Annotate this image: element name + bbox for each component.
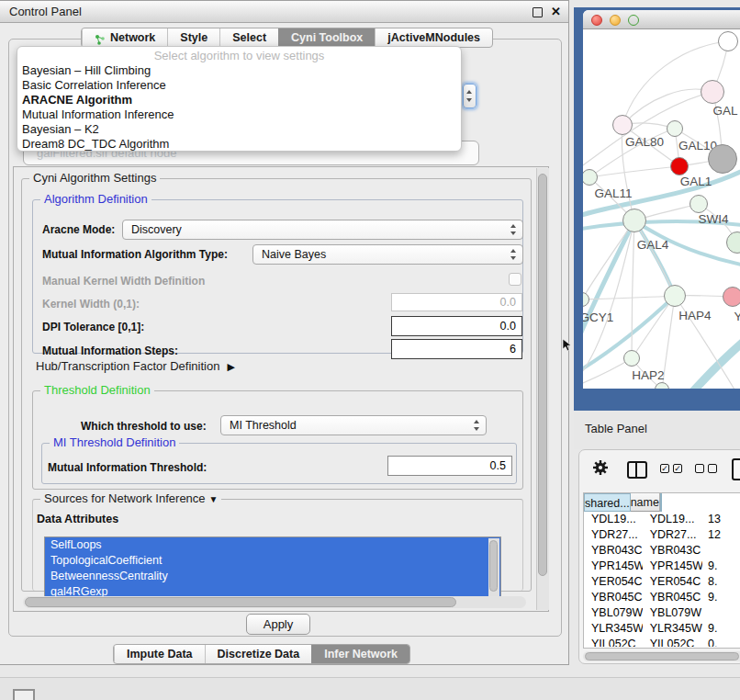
cell-value (702, 605, 740, 621)
manual-kernel-label: Manual Kernel Width Definition (42, 275, 205, 288)
combo-stepper-icon (473, 419, 481, 432)
mi-type-select[interactable]: Naive Bayes (252, 244, 523, 265)
cell-name: YBR043C (643, 543, 702, 559)
aracne-mode-value: Discovery (131, 220, 182, 239)
stepper-up-icon (466, 90, 472, 94)
deselect-all-icon[interactable] (695, 464, 717, 473)
dropdown-item[interactable]: Dream8 DC_TDC Algorithm (17, 137, 461, 152)
cyni-settings-group: Cyni Algorithm Settings Algorithm Defini… (21, 178, 532, 592)
network-view-frame: GALGAL80GAL10GAL1GAL11SWI4GAL4GCY1HAP4YH… (574, 7, 740, 411)
attribute-item[interactable]: SelfLoops (45, 537, 500, 553)
table-row[interactable]: YER054C YER054C 8. (584, 574, 740, 590)
tab[interactable]: Style (167, 28, 219, 47)
cell-shared-name: YBR045C (584, 590, 643, 605)
tab[interactable]: Cyni Toolbox (278, 28, 375, 47)
cell-shared-name: YDR27... (584, 527, 643, 543)
partial-icon[interactable] (732, 458, 740, 480)
node[interactable] (708, 144, 737, 174)
cell-shared-name: YDL19... (584, 512, 643, 527)
cyni-settings-title: Cyni Algorithm Settings (29, 171, 160, 185)
mi-threshold-title: MI Threshold Definition (50, 435, 179, 449)
select-all-icon[interactable]: ✓✓ (660, 464, 682, 473)
tab[interactable]: Discretize Data (205, 645, 312, 663)
tab[interactable]: jActiveMNodules (375, 28, 492, 47)
which-threshold-select[interactable]: MI Threshold (220, 415, 487, 435)
dropdown-item[interactable]: ARACNE Algorithm (17, 93, 461, 107)
zoom-traffic-light-icon[interactable] (628, 15, 639, 26)
tab-label: Infer Network (324, 645, 398, 663)
mi-steps-field[interactable] (391, 339, 522, 359)
table-row[interactable]: YIL052C YIL052C 0. (584, 637, 740, 647)
mi-type-value: Naive Bayes (262, 245, 326, 264)
dropdown-item[interactable]: Bayesian – Hill Climbing (17, 63, 461, 78)
sources-group: Sources for Network Inference▼ Data Attr… (32, 499, 523, 591)
mi-type-label: Mutual Information Algorithm Type: (42, 248, 228, 261)
cell-shared-name: YER054C (584, 574, 643, 590)
kernel-width-field[interactable] (391, 293, 522, 311)
close-window-icon[interactable]: ✕ (551, 1, 561, 23)
table-row[interactable]: YDL19... YDL19... 13 (584, 512, 740, 527)
attribute-item[interactable]: TopologicalCoefficient (45, 553, 500, 569)
which-threshold-value: MI Threshold (230, 416, 297, 435)
node-gal[interactable] (701, 80, 724, 104)
attributes-scrollbar[interactable] (488, 538, 499, 597)
dpi-tolerance-field[interactable] (391, 316, 522, 336)
cell-name: YER054C (643, 574, 702, 590)
cyni-bottom-tabs: Impute Data Discretize Data Infer Networ… (113, 644, 410, 664)
node[interactable] (718, 31, 738, 51)
node-label: GCY1 (583, 310, 613, 324)
column-header[interactable] (660, 493, 662, 512)
manual-kernel-checkbox[interactable] (509, 273, 521, 286)
cell-shared-name: YBL079W (584, 605, 643, 621)
dropdown-item[interactable]: Mutual Information Inference (17, 107, 461, 122)
node-label: SWI4 (698, 212, 728, 226)
attribute-items: SelfLoopsTopologicalCoefficientBetweenne… (45, 537, 500, 599)
table-row[interactable]: YDR27... YDR27... 12 (584, 527, 740, 543)
mi-threshold-label: Mutual Information Threshold: (48, 461, 207, 474)
table-row[interactable]: YLR345W YLR345W 9. (584, 621, 740, 637)
apply-button[interactable]: Apply (246, 614, 310, 635)
expanded-arrow-icon[interactable]: ▼ (209, 494, 219, 504)
dropdown-item[interactable]: Basic Correlation Inference (17, 78, 461, 93)
gear-icon[interactable] (592, 459, 609, 480)
node-hap4[interactable] (664, 285, 686, 307)
tab[interactable]: Impute Data (114, 645, 205, 663)
column-header[interactable]: shared... (584, 493, 631, 512)
tab-label: Style (180, 28, 207, 47)
node-gal80[interactable] (612, 115, 633, 135)
table-row[interactable]: YBL079W YBL079W (584, 605, 740, 621)
tab[interactable]: Infer Network (311, 645, 409, 663)
tab-label: jActiveMNodules (387, 28, 480, 47)
hub-factor-section[interactable]: Hub/Transcription Factor Definition▶ (36, 359, 235, 373)
minimized-panel-icon[interactable] (13, 689, 35, 700)
table-panel: ✓✓ shared... name YDL19... YDL19... 13 (578, 449, 740, 664)
network-tab-icon (95, 32, 106, 43)
node-swi4[interactable] (690, 195, 708, 213)
close-traffic-light-icon[interactable] (591, 15, 602, 26)
algorithm-combo-stepper[interactable] (463, 84, 477, 108)
node-gal4[interactable] (622, 209, 646, 232)
table-row[interactable]: YBR045C YBR045C 9. (584, 590, 740, 605)
node-hap2[interactable] (623, 350, 640, 367)
tab[interactable]: Select (219, 28, 278, 47)
mi-threshold-field[interactable] (387, 456, 512, 476)
attribute-item[interactable]: BetweennessCentrality (45, 569, 500, 584)
table-horizontal-scrollbar[interactable] (583, 651, 740, 661)
node-gal1[interactable] (670, 157, 689, 175)
node-label: HAP2 (632, 368, 664, 382)
float-window-icon[interactable] (533, 7, 543, 17)
settings-horizontal-scrollbar[interactable] (23, 596, 526, 608)
cell-name: YBL079W (643, 605, 702, 621)
column-header[interactable]: name (631, 493, 660, 512)
node-y[interactable] (723, 287, 740, 307)
tab[interactable]: Network (82, 28, 167, 47)
settings-vertical-scrollbar[interactable] (536, 168, 549, 610)
table-row[interactable]: YPR145W YPR145W 9. (584, 559, 740, 574)
aracne-mode-select[interactable]: Discovery (122, 220, 523, 240)
table-row[interactable]: YBR043C YBR043C (584, 543, 740, 559)
network-canvas[interactable]: GALGAL80GAL10GAL1GAL11SWI4GAL4GCY1HAP4YH… (583, 29, 740, 389)
dropdown-item[interactable]: Bayesian – K2 (17, 122, 461, 137)
node-gal10[interactable] (667, 120, 683, 137)
minimize-traffic-light-icon[interactable] (610, 15, 621, 26)
split-panel-icon[interactable] (627, 461, 647, 479)
